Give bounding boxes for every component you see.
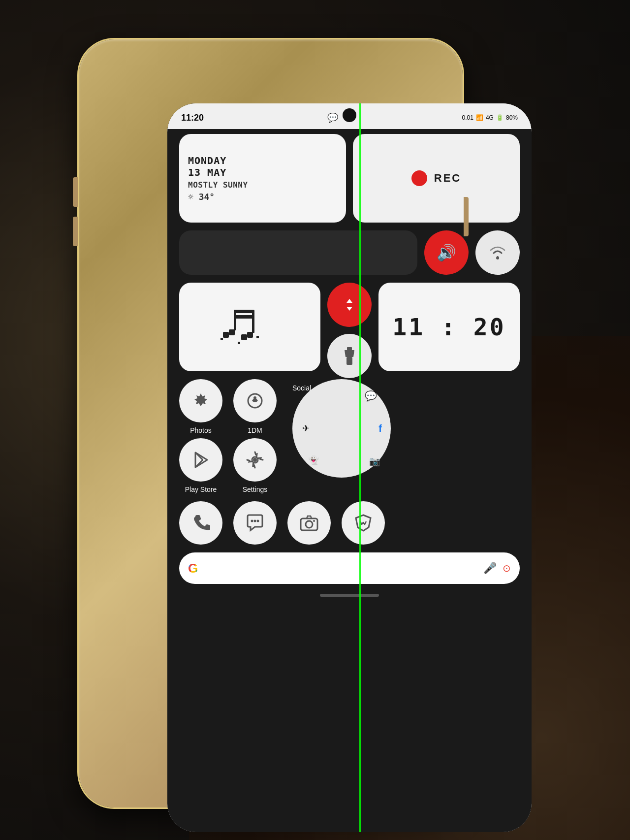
power-button[interactable]	[464, 197, 469, 236]
weather-temp: ☼ 34°	[188, 192, 337, 202]
svg-rect-11	[238, 342, 240, 344]
torch-icon	[343, 347, 356, 365]
whatsapp-icon[interactable]: 💬	[365, 390, 377, 402]
facebook-icon[interactable]: f	[378, 423, 382, 434]
svg-rect-14	[346, 357, 352, 365]
svg-marker-13	[345, 350, 354, 357]
navigation-bar	[320, 594, 379, 597]
data-toggle-button[interactable]	[327, 283, 372, 327]
svg-rect-7	[234, 310, 254, 313]
settings-icon[interactable]	[233, 438, 277, 482]
camera-dock-icon[interactable]	[287, 501, 331, 545]
screen-content: 11:20 💬 0.01 📶 4G 🔋 80%	[167, 103, 532, 832]
wifi-button[interactable]	[475, 230, 520, 275]
svg-point-21	[253, 458, 257, 462]
battery-percent: 80%	[506, 114, 518, 121]
rec-dot	[411, 170, 427, 186]
svg-rect-2	[229, 329, 235, 335]
play-store-icon[interactable]	[179, 438, 222, 482]
camera-svg-icon	[300, 514, 318, 532]
svg-point-27	[313, 520, 315, 522]
phone-dock-icon[interactable]	[179, 501, 222, 545]
volume-up-button[interactable]	[73, 177, 78, 207]
rec-label: REC	[434, 172, 461, 185]
svg-point-26	[306, 521, 313, 528]
clock-widget[interactable]: 11 : 20	[378, 283, 520, 371]
signal-bars-icon: 📶	[476, 114, 483, 121]
brave-dock-icon[interactable]	[342, 501, 385, 545]
photos-label: Photos	[190, 426, 212, 434]
widget-row-2: 11 : 20	[179, 283, 520, 371]
network-type: 4G	[486, 114, 494, 121]
1dm-label: 1DM	[248, 426, 262, 434]
1dm-app-item[interactable]: 1DM	[233, 379, 277, 434]
instagram-icon[interactable]: 📷	[369, 456, 380, 467]
google-mic-icon[interactable]: 🎤	[483, 562, 497, 575]
scene: 11:20 💬 0.01 📶 4G 🔋 80%	[0, 0, 630, 840]
1dm-svg-icon	[245, 391, 265, 411]
play-store-label: Play Store	[185, 485, 217, 493]
svg-point-22	[251, 520, 253, 522]
sound-icon: 🔊	[437, 243, 456, 262]
photos-svg-icon	[191, 391, 211, 411]
music-note-pixel	[220, 302, 280, 352]
weather-widget[interactable]: MONDAY 13 MAY MOSTLY SUNNY ☼ 34°	[179, 134, 346, 223]
status-time: 11:20	[181, 113, 204, 123]
weather-day: MONDAY	[188, 155, 337, 166]
bottom-dock	[179, 501, 520, 545]
snapchat-icon[interactable]: 👻	[308, 455, 319, 466]
svg-rect-9	[220, 338, 223, 340]
messages-svg-icon	[246, 514, 264, 532]
play-store-app-item[interactable]: Play Store	[179, 438, 222, 493]
svg-point-16	[253, 396, 256, 399]
widget-row-1: MONDAY 13 MAY MOSTLY SUNNY ☼ 34° REC	[179, 134, 520, 223]
google-g-icon: G	[188, 561, 198, 576]
control-row-1: 🔊	[179, 230, 520, 275]
search-bar[interactable]: G 🎤 ⊙	[179, 552, 520, 584]
rec-widget[interactable]: REC	[353, 134, 520, 223]
torch-button[interactable]	[327, 334, 372, 378]
svg-point-24	[257, 520, 259, 522]
settings-label: Settings	[243, 485, 268, 493]
social-label: Social	[292, 384, 311, 392]
status-icons: 0.01 📶 4G 🔋 80%	[462, 114, 518, 121]
svg-point-23	[254, 520, 256, 522]
play-store-svg-icon	[191, 451, 210, 469]
svg-rect-5	[247, 332, 253, 338]
photos-app-item[interactable]: Photos	[179, 379, 222, 434]
messages-dock-icon[interactable]	[233, 501, 277, 545]
1dm-icon[interactable]	[233, 379, 277, 422]
svg-rect-4	[241, 334, 247, 340]
clock-display: 11 : 20	[392, 313, 505, 341]
photos-icon[interactable]	[179, 379, 222, 422]
home-screen: MONDAY 13 MAY MOSTLY SUNNY ☼ 34° REC	[167, 129, 532, 832]
google-lens-icon[interactable]: ⊙	[503, 562, 511, 574]
svg-rect-1	[223, 332, 229, 338]
sound-button[interactable]: 🔊	[424, 230, 469, 275]
data-button-column	[327, 283, 372, 371]
app-icons-row: Photos 1DM	[179, 379, 520, 434]
svg-rect-10	[256, 336, 259, 338]
telegram-icon[interactable]: ✈	[302, 423, 310, 434]
svg-point-0	[496, 257, 499, 259]
whatsapp-status-icon: 💬	[327, 112, 338, 123]
weather-description: MOSTLY SUNNY	[188, 180, 337, 190]
svg-rect-12	[347, 347, 352, 350]
camera-notch	[343, 108, 356, 122]
weather-date: 13 MAY	[188, 166, 337, 178]
phone-screen: 11:20 💬 0.01 📶 4G 🔋 80%	[167, 103, 532, 832]
svg-rect-8	[234, 315, 254, 319]
music-widget[interactable]	[179, 283, 320, 371]
data-toggle-icon	[341, 296, 358, 314]
brave-svg-icon	[354, 514, 373, 532]
wifi-icon	[489, 245, 506, 260]
phone-shell: 11:20 💬 0.01 📶 4G 🔋 80%	[79, 39, 463, 808]
phone-svg-icon	[191, 514, 210, 532]
social-center-circle[interactable]: 💬 ✈ f 👻 📷	[292, 379, 391, 478]
signal-info: 0.01	[462, 114, 473, 121]
social-cluster[interactable]: 💬 ✈ f 👻 📷 Social	[292, 379, 311, 392]
settings-app-item[interactable]: Settings	[233, 438, 277, 493]
settings-svg-icon	[246, 451, 264, 469]
volume-down-button[interactable]	[73, 217, 78, 246]
battery-icon: 🔋	[496, 114, 504, 121]
